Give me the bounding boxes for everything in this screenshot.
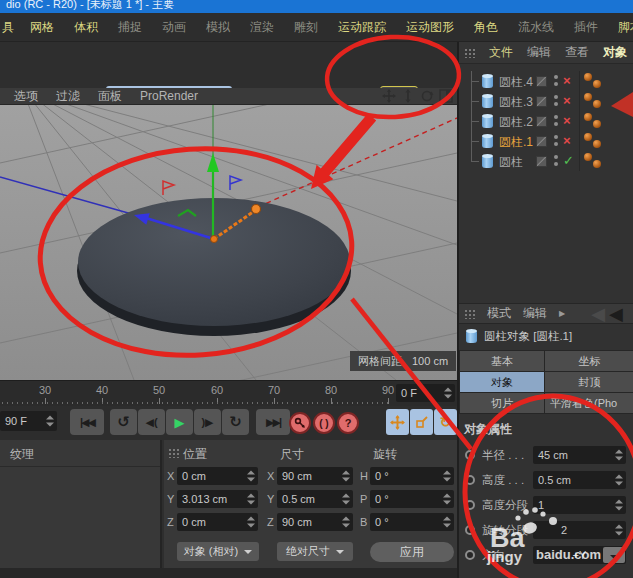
object-row[interactable]: 圆柱.4 × <box>459 71 633 91</box>
keyframe-dot-icon[interactable] <box>465 550 475 560</box>
object-row[interactable]: 圆柱.3 × <box>459 91 633 111</box>
viewport-menu-filter[interactable]: 过滤 <box>56 88 80 105</box>
spinner-icon[interactable] <box>615 450 623 461</box>
spinner-icon[interactable] <box>342 494 350 505</box>
spinner-icon[interactable] <box>615 475 623 486</box>
keyframe-dot-icon[interactable] <box>465 450 475 460</box>
layer-toggle-icon[interactable] <box>536 76 547 87</box>
spinner-icon[interactable] <box>247 471 255 482</box>
menu-item-animate[interactable]: 动画 <box>152 19 196 36</box>
goto-end-button[interactable]: ▶▶| <box>256 409 290 435</box>
keyframe-dot-icon[interactable] <box>465 500 475 510</box>
current-frame-field[interactable]: 0 F <box>396 384 455 402</box>
menu-item-script[interactable]: 脚本 <box>608 19 633 36</box>
spinner-icon[interactable] <box>443 494 451 505</box>
enable-toggle[interactable]: × <box>563 133 571 148</box>
object-name[interactable]: 圆柱 <box>499 154 523 171</box>
object-name[interactable]: 圆柱.4 <box>499 74 533 91</box>
phong-tag-icon[interactable] <box>593 160 601 168</box>
enable-toggle[interactable]: ✓ <box>563 153 574 168</box>
camera-rotate-icon[interactable] <box>420 89 434 103</box>
object-row[interactable]: 圆柱 ✓ <box>459 151 633 171</box>
phong-tag-icon[interactable] <box>584 93 592 101</box>
spinner-icon[interactable] <box>444 388 452 399</box>
menu-item-pipeline[interactable]: 流水线 <box>508 19 564 36</box>
goto-start-button[interactable]: |◀◀ <box>70 409 104 435</box>
spinner-icon[interactable] <box>615 525 623 536</box>
viewport-menu-options[interactable]: 选项 <box>14 88 38 105</box>
orientation-dropdown[interactable]: +Y <box>533 546 626 564</box>
camera-pan-icon[interactable] <box>382 89 396 103</box>
size-y-field[interactable]: 0.5 cm <box>277 490 353 508</box>
phong-tag-icon[interactable] <box>593 80 601 88</box>
tab-phong[interactable]: 平滑着色(Pho <box>544 392 633 414</box>
record-rotation-toggle[interactable]: ↻ <box>434 409 457 435</box>
size-x-field[interactable]: 90 cm <box>277 467 353 485</box>
layer-toggle-icon[interactable] <box>536 116 547 127</box>
keyframe-selection-button[interactable]: ? <box>337 412 359 434</box>
history-back-icon[interactable]: ◀ <box>609 305 623 323</box>
rotation-p-field[interactable]: 0 ° <box>370 490 454 508</box>
tab-basic[interactable]: 基本 <box>459 350 545 372</box>
enable-toggle[interactable]: × <box>563 93 571 108</box>
object-name[interactable]: 圆柱.2 <box>499 114 533 131</box>
timeline-ruler[interactable]: 30 40 50 60 70 80 90 0 F <box>0 380 457 406</box>
position-y-field[interactable]: 3.013 cm <box>177 490 258 508</box>
next-key-button[interactable]: ↻ <box>222 409 249 435</box>
visibility-dots-icon[interactable] <box>554 95 558 106</box>
om-menu-edit[interactable]: 编辑 <box>527 44 551 61</box>
om-menu-file[interactable]: 文件 <box>489 44 513 61</box>
size-mode-dropdown[interactable]: 绝对尺寸 <box>277 542 353 561</box>
record-scale-toggle[interactable] <box>410 409 433 435</box>
spinner-icon[interactable] <box>443 471 451 482</box>
object-name[interactable]: 圆柱.3 <box>499 94 533 111</box>
om-menu-object[interactable]: 对象 <box>603 44 627 61</box>
om-menu-view[interactable]: 查看 <box>565 44 589 61</box>
menu-item-sculpt[interactable]: 雕刻 <box>284 19 328 36</box>
height-segments-field[interactable]: 1 <box>533 496 626 514</box>
visibility-dots-icon[interactable] <box>554 135 558 146</box>
record-position-toggle[interactable] <box>386 409 409 435</box>
radius-field[interactable]: 45 cm <box>533 446 626 464</box>
enable-toggle[interactable]: × <box>563 73 571 88</box>
menu-item-mograph[interactable]: 运动图形 <box>396 19 464 36</box>
viewport-menu-panel[interactable]: 面板 <box>98 88 122 105</box>
rotation-b-field[interactable]: 0 ° <box>370 513 454 531</box>
menu-item-character[interactable]: 角色 <box>464 19 508 36</box>
layer-toggle-icon[interactable] <box>536 96 547 107</box>
play-button[interactable]: ▶ <box>166 409 193 435</box>
toggle-views-icon[interactable] <box>439 89 453 103</box>
end-frame-field[interactable]: 90 F <box>0 411 57 431</box>
object-row-selected[interactable]: 圆柱.1 × <box>459 131 633 151</box>
viewport-menu-prorender[interactable]: ProRender <box>140 89 198 103</box>
viewport-3d[interactable]: 网格间距 100 cm <box>0 105 457 380</box>
object-row[interactable]: 圆柱.2 × <box>459 111 633 131</box>
dropdown-button[interactable] <box>603 547 625 563</box>
spinner-icon[interactable] <box>247 517 255 528</box>
panel-grip-icon[interactable] <box>464 48 475 58</box>
visibility-dots-icon[interactable] <box>554 115 558 126</box>
am-menu-edit[interactable]: 编辑 <box>523 305 547 322</box>
expand-arrow-icon[interactable]: ▶ <box>559 309 565 318</box>
previous-frame-button[interactable]: ◀( <box>138 409 165 435</box>
am-menu-mode[interactable]: 模式 <box>487 305 511 322</box>
spinner-icon[interactable] <box>46 416 54 427</box>
spinner-icon[interactable] <box>615 500 623 511</box>
spinner-icon[interactable] <box>443 517 451 528</box>
size-z-field[interactable]: 90 cm <box>277 513 353 531</box>
menu-item-volume[interactable]: 体积 <box>64 19 108 36</box>
rotation-h-field[interactable]: 0 ° <box>370 467 454 485</box>
rotation-segments-field[interactable]: 2 <box>533 521 626 539</box>
menu-item-plugins[interactable]: 插件 <box>564 19 608 36</box>
layer-toggle-icon[interactable] <box>536 156 547 167</box>
previous-key-button[interactable]: ↺ <box>110 409 137 435</box>
spinner-icon[interactable] <box>342 517 350 528</box>
tab-caps[interactable]: 封顶 <box>544 371 633 393</box>
phong-tag-icon[interactable] <box>593 120 601 128</box>
menu-item-mesh[interactable]: 网格 <box>20 19 64 36</box>
menu-item[interactable]: 具 <box>2 19 20 36</box>
keyframe-dot-icon[interactable] <box>465 475 475 485</box>
autokey-button[interactable]: ( ) <box>313 412 335 434</box>
tab-coordinates[interactable]: 坐标 <box>544 350 633 372</box>
camera-zoom-icon[interactable] <box>401 89 415 103</box>
